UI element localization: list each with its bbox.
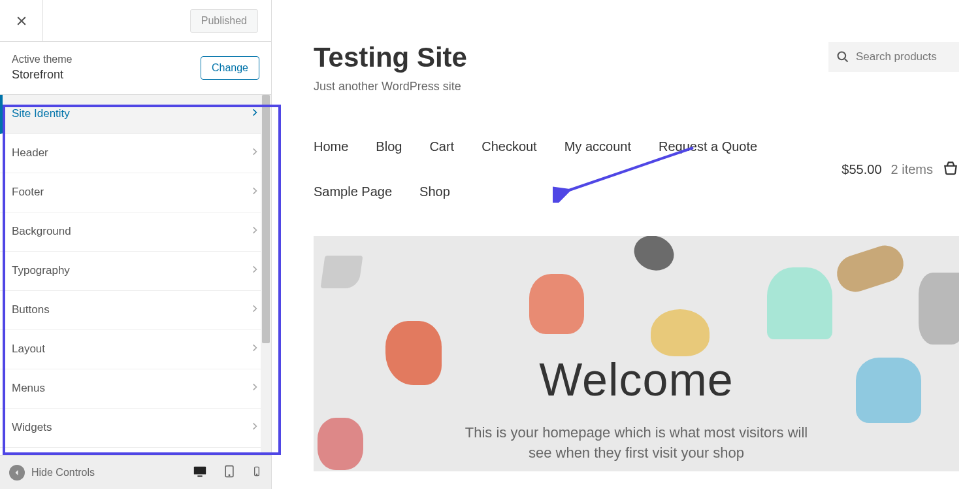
hero-section: Welcome This is your homepage which is w… — [314, 236, 959, 471]
panel-label: Layout — [12, 343, 45, 356]
device-tablet-button[interactable] — [223, 464, 236, 481]
hero-sprite — [832, 241, 908, 296]
desktop-icon — [193, 464, 207, 479]
theme-name: Storefront — [12, 67, 72, 83]
chevron-right-icon — [250, 225, 259, 238]
svg-point-7 — [838, 52, 846, 60]
nav-link-checkout[interactable]: Checkout — [482, 139, 537, 154]
hero-sprite — [767, 267, 832, 339]
hero-sprite — [629, 236, 679, 276]
panel-label: Widgets — [12, 421, 52, 434]
svg-line-8 — [845, 59, 848, 62]
panel-label: Typography — [12, 264, 70, 277]
primary-nav: HomeBlogCartCheckoutMy accountRequest a … — [314, 139, 771, 199]
panel-label: Header — [12, 146, 48, 160]
chevron-right-icon — [250, 303, 259, 316]
tablet-icon — [223, 464, 236, 479]
hero-sprite — [856, 358, 921, 423]
panel-label: Footer — [12, 186, 44, 199]
nav-link-home[interactable]: Home — [314, 139, 348, 154]
change-theme-button[interactable]: Change — [201, 56, 259, 80]
active-theme-row: Active theme Storefront Change — [0, 42, 271, 95]
hero-heading: Welcome — [539, 354, 733, 406]
mobile-icon — [252, 464, 262, 479]
customizer-panel-footer[interactable]: Footer — [0, 173, 271, 212]
customizer-panel-typography[interactable]: Typography — [0, 252, 271, 291]
cart-icon — [942, 160, 959, 180]
site-tagline: Just another WordPress site — [314, 80, 467, 93]
svg-rect-1 — [197, 475, 202, 477]
nav-link-blog[interactable]: Blog — [376, 139, 402, 154]
hide-controls-button[interactable]: Hide Controls — [9, 465, 95, 481]
chevron-right-icon — [250, 264, 259, 277]
device-mobile-button[interactable] — [252, 464, 262, 481]
site-preview: Testing Site Just another WordPress site… — [272, 0, 980, 489]
customizer-panel-menus[interactable]: Menus — [0, 369, 271, 409]
cart-total: $55.00 — [841, 162, 881, 177]
search-input[interactable] — [856, 50, 941, 63]
cart-items-count: 2 items — [891, 162, 933, 177]
chevron-right-icon — [250, 107, 259, 120]
cart-summary[interactable]: $55.00 2 items — [841, 160, 959, 180]
customizer-sidebar: Published Active theme Storefront Change… — [0, 0, 272, 489]
product-search[interactable] — [828, 42, 959, 72]
svg-point-3 — [229, 475, 229, 475]
panel-label: Buttons — [12, 303, 50, 316]
hero-sprite — [320, 256, 363, 288]
hero-sprite — [529, 274, 584, 334]
customizer-panel-header[interactable]: Header — [0, 134, 271, 173]
hero-sprite — [919, 273, 959, 345]
hero-sprite — [651, 309, 710, 356]
panel-label: Menus — [12, 382, 45, 395]
customizer-panel-site-identity[interactable]: Site Identity — [0, 95, 271, 134]
close-customizer-button[interactable] — [0, 0, 43, 41]
panel-label: Site Identity — [12, 107, 70, 120]
customizer-panel-background[interactable]: Background — [0, 212, 271, 252]
customizer-panel-widgets[interactable]: Widgets — [0, 409, 271, 448]
hero-sprite — [318, 418, 363, 470]
panel-label: Background — [12, 225, 71, 238]
customizer-panel-buttons[interactable]: Buttons — [0, 291, 271, 330]
nav-link-my-account[interactable]: My account — [564, 139, 631, 154]
collapse-icon — [9, 465, 25, 481]
hero-sprite — [385, 321, 442, 385]
svg-rect-0 — [194, 466, 206, 474]
nav-link-shop[interactable]: Shop — [419, 184, 450, 199]
nav-link-cart[interactable]: Cart — [429, 139, 454, 154]
hero-text: This is your homepage which is what most… — [453, 423, 819, 464]
nav-link-request-a-quote[interactable]: Request a Quote — [659, 139, 757, 154]
customizer-panel-layout[interactable]: Layout — [0, 330, 271, 369]
customizer-panel-list: Site IdentityHeaderFooterBackgroundTypog… — [0, 95, 271, 448]
close-icon — [15, 14, 28, 27]
chevron-right-icon — [250, 186, 259, 199]
sidebar-scrollbar[interactable] — [261, 95, 271, 455]
chevron-right-icon — [250, 382, 259, 395]
chevron-right-icon — [250, 421, 259, 434]
svg-point-5 — [256, 474, 257, 475]
customizer-top-bar: Published — [0, 0, 271, 42]
chevron-right-icon — [250, 343, 259, 356]
hide-controls-label: Hide Controls — [31, 467, 95, 479]
published-button[interactable]: Published — [190, 9, 258, 33]
site-title: Testing Site — [314, 42, 467, 73]
nav-link-sample-page[interactable]: Sample Page — [314, 184, 392, 199]
active-theme-label: Active theme — [12, 52, 72, 67]
customizer-footer: Hide Controls — [0, 455, 271, 489]
chevron-right-icon — [250, 146, 259, 160]
device-desktop-button[interactable] — [193, 464, 207, 481]
search-icon — [836, 50, 849, 63]
